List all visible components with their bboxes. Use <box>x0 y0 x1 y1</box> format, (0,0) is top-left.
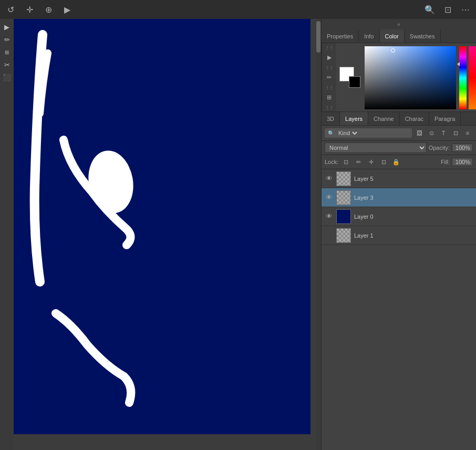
tab-paragraph[interactable]: Paragra <box>429 112 461 125</box>
lock-all-icon[interactable]: 🔒 <box>391 157 401 167</box>
color-picker-row: ⋮⋮ ▶ ⋮⋮ ✏ ⋮⋮ ⊞ ⋮⋮ ✂ ⋮⋮ ⬛ <box>322 43 476 111</box>
layer-visibility-icon[interactable]: 👁 <box>325 193 333 202</box>
blend-mode-select[interactable]: Normal <box>325 142 427 153</box>
layer-item[interactable]: 👁 Layer 3 <box>322 188 476 207</box>
lock-artboard-icon[interactable]: ⊡ <box>378 157 389 167</box>
layer-item[interactable]: 👁 Layer 5 <box>322 169 476 188</box>
main-area: ▶ ✏ ⊞ ✂ ⬛ « <box>0 19 476 450</box>
filter-more-icon[interactable]: ≡ <box>462 128 473 138</box>
layers-tab-bar: 3D Layers Channe Charac Paragra <box>322 112 476 126</box>
opacity-value[interactable]: 100% <box>452 144 473 152</box>
tool-box[interactable]: ⬛ <box>1 71 13 83</box>
layout-icon[interactable]: ⊡ <box>442 4 453 15</box>
color-gradient-picker[interactable] <box>365 46 456 109</box>
layer-name: Layer 5 <box>354 176 473 182</box>
panel-tool-4: ⋮⋮ <box>324 105 335 110</box>
tab-info[interactable]: Info <box>359 29 379 43</box>
layer-name: Layer 1 <box>354 232 473 239</box>
color-tab-bar: Properties Info Color Swatches <box>322 29 476 43</box>
canvas-svg <box>14 19 311 434</box>
layers-filter-toolbar: 🔍 Kind 🖼 ⊙ T ⊡ ≡ <box>322 126 476 141</box>
top-toolbar: ↺ ✛ ⊕ ▶ 🔍 ⊡ ⋯ <box>0 0 476 19</box>
tab-properties[interactable]: Properties <box>322 29 359 43</box>
tab-color[interactable]: Color <box>380 29 405 43</box>
panel-collapse-button[interactable]: « <box>322 19 476 29</box>
layer-thumbnail <box>336 171 351 186</box>
background-color[interactable] <box>349 76 360 88</box>
tab-swatches[interactable]: Swatches <box>405 29 441 43</box>
filter-adjustment-icon[interactable]: ⊙ <box>426 128 437 138</box>
canvas[interactable] <box>14 19 311 434</box>
canvas-container <box>14 19 321 450</box>
color-picker-dot[interactable] <box>391 48 395 53</box>
panel-left-tools: ⋮⋮ ▶ ⋮⋮ ✏ ⋮⋮ ⊞ ⋮⋮ ✂ ⋮⋮ ⬛ <box>322 43 336 111</box>
kind-select[interactable]: Kind <box>336 129 359 137</box>
tool-play[interactable]: ▶ <box>1 21 13 33</box>
search-icon-small: 🔍 <box>328 130 334 136</box>
tool-cut[interactable]: ✂ <box>1 59 13 70</box>
layers-section: 3D Layers Channe Charac Paragra 🔍 <box>322 112 476 450</box>
color-preview[interactable] <box>339 67 360 88</box>
layer-visibility-icon[interactable]: 👁 <box>325 212 333 221</box>
filter-type-icon[interactable]: T <box>438 128 449 138</box>
lock-label: Lock: <box>325 159 338 165</box>
color-section: Properties Info Color Swatches ⋮⋮ ▶ ⋮ <box>322 29 476 112</box>
fill-label: Fill: <box>441 159 450 165</box>
filter-image-icon[interactable]: 🖼 <box>414 128 425 138</box>
vertical-scrollbar[interactable] <box>316 19 321 450</box>
spectrum-bar[interactable] <box>459 46 467 108</box>
lock-pixels-icon[interactable]: ⊡ <box>340 157 351 167</box>
blend-mode-row: Normal Opacity: 100% <box>322 141 476 155</box>
tab-layers[interactable]: Layers <box>340 112 368 125</box>
panel-tool-2[interactable]: ⋮⋮ <box>324 65 335 70</box>
color-strip-alt[interactable] <box>469 46 476 109</box>
layer-thumbnail <box>336 209 351 224</box>
opacity-label: Opacity: <box>429 145 450 151</box>
layer-thumbnail <box>336 228 351 243</box>
tool-adjust[interactable]: ⊞ <box>1 46 13 58</box>
layer-filter-search[interactable]: 🔍 Kind <box>325 128 412 138</box>
layer-item[interactable]: Layer 1 <box>322 226 476 245</box>
transform-icon[interactable]: ⊕ <box>43 4 54 15</box>
spectrum-arrow <box>457 62 460 66</box>
lock-move-icon[interactable]: ✛ <box>366 157 376 167</box>
layer-name: Layer 0 <box>354 213 473 220</box>
more-icon[interactable]: ⋯ <box>460 4 471 15</box>
layer-visibility-icon[interactable] <box>325 231 333 240</box>
panel-tool-play[interactable]: ▶ <box>324 54 335 61</box>
layer-thumbnail <box>336 190 351 205</box>
panel-tool-brush[interactable]: ✏ <box>324 74 335 81</box>
toolbar-right: 🔍 ⊡ ⋯ <box>425 4 471 15</box>
layer-filter-icons: 🖼 ⊙ T ⊡ ≡ <box>414 128 473 138</box>
tab-character[interactable]: Charac <box>400 112 429 125</box>
video-icon[interactable]: ▶ <box>62 4 73 15</box>
layer-item[interactable]: 👁 Layer 0 <box>322 207 476 226</box>
svg-point-0 <box>84 147 138 217</box>
scrollbar-thumb[interactable] <box>316 21 320 53</box>
layers-list: 👁 Layer 5 👁 Layer 3 👁 Layer 0 <box>322 169 476 450</box>
left-sidebar: ▶ ✏ ⊞ ✂ ⬛ <box>0 19 14 450</box>
lock-brush-icon[interactable]: ✏ <box>353 157 364 167</box>
lock-row: Lock: ⊡ ✏ ✛ ⊡ 🔒 Fill: 100% <box>322 155 476 169</box>
move-icon[interactable]: ✛ <box>24 4 35 15</box>
filter-shape-icon[interactable]: ⊡ <box>450 128 461 138</box>
search-icon[interactable]: 🔍 <box>425 4 435 15</box>
panel-tool-adjust[interactable]: ⊞ <box>324 94 335 101</box>
fill-value[interactable]: 100% <box>452 158 473 166</box>
right-panel: « Properties Info Color Swatches <box>321 19 476 450</box>
panel-tool-3: ⋮⋮ <box>324 85 335 90</box>
layer-name: Layer 3 <box>354 195 473 201</box>
rotate-icon[interactable]: ↺ <box>5 4 16 15</box>
layer-visibility-icon[interactable]: 👁 <box>325 175 333 183</box>
tab-3d[interactable]: 3D <box>322 112 340 125</box>
tab-channels[interactable]: Channe <box>368 112 400 125</box>
panel-tool-1[interactable]: ⋮⋮ <box>324 45 335 50</box>
tool-brush[interactable]: ✏ <box>1 34 13 45</box>
